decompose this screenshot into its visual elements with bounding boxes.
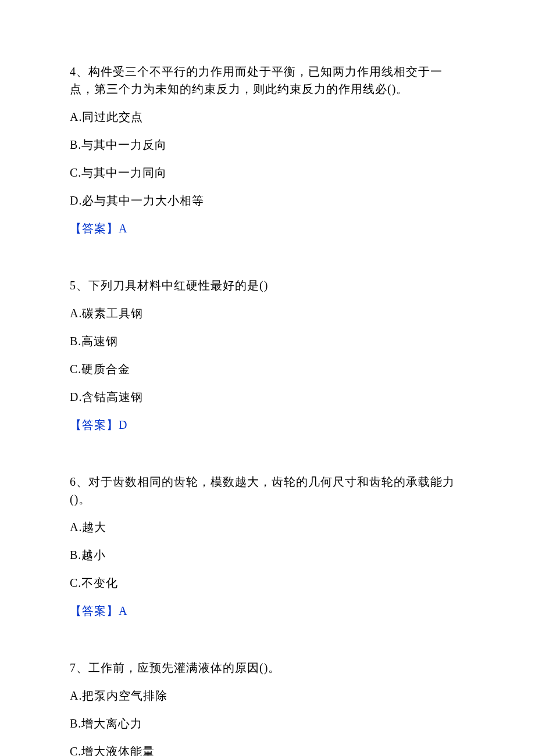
option-b: B.越小: [70, 546, 465, 564]
question-number: 4、: [70, 65, 88, 78]
answer-value: A: [119, 222, 127, 235]
option-a: A.碳素工具钢: [70, 304, 465, 322]
answer-label: 【答案】: [70, 604, 119, 617]
question-number: 7、: [70, 661, 88, 674]
question-block-6: 6、对于齿数相同的齿轮，模数越大，齿轮的几何尺寸和齿轮的承载能力()。 A.越大…: [70, 473, 465, 619]
question-body: 下列刀具材料中红硬性最好的是(): [88, 279, 268, 292]
option-b: B.与其中一力反向: [70, 136, 465, 153]
question-body: 工作前，应预先灌满液体的原因()。: [88, 661, 280, 674]
option-a: A.越大: [70, 518, 465, 536]
option-c: C.增大液体能量: [70, 743, 465, 756]
answer: 【答案】A: [70, 220, 465, 237]
answer: 【答案】A: [70, 602, 465, 619]
question-number: 5、: [70, 279, 88, 292]
question-text: 6、对于齿数相同的齿轮，模数越大，齿轮的几何尺寸和齿轮的承载能力()。: [70, 473, 465, 508]
option-b: B.高速钢: [70, 332, 465, 350]
question-block-4: 4、构件受三个不平行的力作用而处于平衡，已知两力作用线相交于一点，第三个力为未知…: [70, 63, 465, 237]
answer-label: 【答案】: [70, 222, 119, 235]
question-block-5: 5、下列刀具材料中红硬性最好的是() A.碳素工具钢 B.高速钢 C.硬质合金 …: [70, 277, 465, 433]
option-c: C.与其中一力同向: [70, 164, 465, 181]
answer-value: D: [119, 418, 127, 431]
option-b: B.增大离心力: [70, 715, 465, 732]
option-d: D.必与其中一力大小相等: [70, 192, 465, 209]
question-block-7: 7、工作前，应预先灌满液体的原因()。 A.把泵内空气排除 B.增大离心力 C.…: [70, 659, 465, 756]
option-c: C.硬质合金: [70, 360, 465, 378]
question-text: 7、工作前，应预先灌满液体的原因()。: [70, 659, 465, 676]
option-c: C.不变化: [70, 574, 465, 592]
question-body: 构件受三个不平行的力作用而处于平衡，已知两力作用线相交于一点，第三个力为未知的约…: [70, 65, 443, 95]
option-d: D.含钴高速钢: [70, 388, 465, 406]
answer-value: A: [119, 604, 127, 617]
option-a: A.同过此交点: [70, 108, 465, 126]
answer-label: 【答案】: [70, 418, 119, 431]
question-number: 6、: [70, 475, 88, 488]
option-a: A.把泵内空气排除: [70, 687, 465, 704]
question-text: 5、下列刀具材料中红硬性最好的是(): [70, 277, 465, 294]
question-text: 4、构件受三个不平行的力作用而处于平衡，已知两力作用线相交于一点，第三个力为未知…: [70, 63, 465, 98]
question-body: 对于齿数相同的齿轮，模数越大，齿轮的几何尺寸和齿轮的承载能力()。: [70, 475, 455, 506]
answer: 【答案】D: [70, 416, 465, 433]
